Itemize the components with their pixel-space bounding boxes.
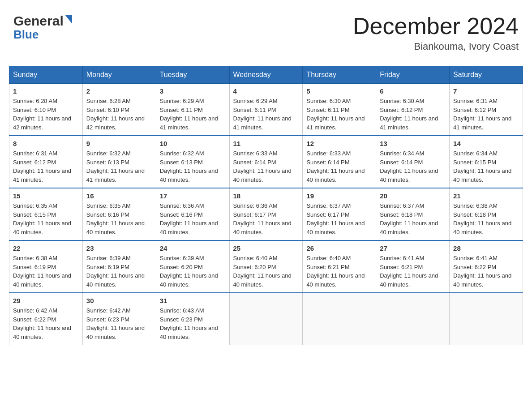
logo-general-text: General (13, 13, 64, 29)
day-info: Sunrise: 6:30 AMSunset: 6:12 PMDaylight:… (380, 97, 446, 132)
title-section: December 2024 Biankouma, Ivory Coast (353, 13, 519, 52)
calendar-week-row: 29Sunrise: 6:42 AMSunset: 6:22 PMDayligh… (9, 293, 523, 345)
calendar-header-friday: Friday (376, 66, 450, 84)
month-title: December 2024 (353, 13, 519, 39)
calendar-cell (229, 293, 303, 345)
calendar-cell: 22Sunrise: 6:38 AMSunset: 6:19 PMDayligh… (9, 240, 83, 293)
day-number: 4 (233, 87, 299, 95)
day-info: Sunrise: 6:29 AMSunset: 6:11 PMDaylight:… (160, 97, 226, 132)
day-number: 31 (160, 297, 226, 304)
day-number: 21 (453, 192, 519, 200)
day-info: Sunrise: 6:39 AMSunset: 6:19 PMDaylight:… (86, 254, 152, 289)
calendar-cell (450, 293, 523, 345)
calendar-cell: 3Sunrise: 6:29 AMSunset: 6:11 PMDaylight… (156, 84, 229, 136)
calendar-week-row: 1Sunrise: 6:28 AMSunset: 6:10 PMDaylight… (9, 84, 523, 136)
calendar-cell: 12Sunrise: 6:33 AMSunset: 6:14 PMDayligh… (303, 136, 376, 188)
day-number: 13 (380, 140, 446, 147)
calendar-header-saturday: Saturday (450, 66, 523, 84)
calendar-cell: 31Sunrise: 6:43 AMSunset: 6:23 PMDayligh… (156, 293, 229, 345)
day-number: 1 (13, 87, 79, 95)
calendar-cell: 14Sunrise: 6:34 AMSunset: 6:15 PMDayligh… (450, 136, 523, 188)
day-info: Sunrise: 6:34 AMSunset: 6:14 PMDaylight:… (380, 149, 446, 184)
day-info: Sunrise: 6:38 AMSunset: 6:18 PMDaylight:… (453, 201, 519, 236)
day-info: Sunrise: 6:31 AMSunset: 6:12 PMDaylight:… (13, 149, 79, 184)
calendar-week-row: 15Sunrise: 6:35 AMSunset: 6:15 PMDayligh… (9, 188, 523, 240)
calendar-cell: 6Sunrise: 6:30 AMSunset: 6:12 PMDaylight… (376, 84, 450, 136)
day-info: Sunrise: 6:32 AMSunset: 6:13 PMDaylight:… (86, 149, 152, 184)
calendar-cell: 5Sunrise: 6:30 AMSunset: 6:11 PMDaylight… (303, 84, 376, 136)
day-info: Sunrise: 6:36 AMSunset: 6:16 PMDaylight:… (160, 201, 226, 236)
day-number: 14 (453, 140, 519, 147)
calendar-cell: 27Sunrise: 6:41 AMSunset: 6:21 PMDayligh… (376, 240, 450, 293)
day-number: 19 (306, 192, 372, 200)
day-number: 2 (86, 87, 152, 95)
calendar-cell: 11Sunrise: 6:33 AMSunset: 6:14 PMDayligh… (229, 136, 303, 188)
day-info: Sunrise: 6:40 AMSunset: 6:21 PMDaylight:… (306, 254, 372, 289)
day-number: 30 (86, 297, 152, 304)
day-number: 5 (306, 87, 372, 95)
calendar-cell: 15Sunrise: 6:35 AMSunset: 6:15 PMDayligh… (9, 188, 83, 240)
day-info: Sunrise: 6:29 AMSunset: 6:11 PMDaylight:… (233, 97, 299, 132)
day-number: 12 (306, 140, 372, 147)
calendar-header-row: SundayMondayTuesdayWednesdayThursdayFrid… (9, 66, 523, 84)
calendar-header-wednesday: Wednesday (229, 66, 303, 84)
calendar-header-sunday: Sunday (9, 66, 83, 84)
calendar-cell: 20Sunrise: 6:37 AMSunset: 6:18 PMDayligh… (376, 188, 450, 240)
calendar-cell (376, 293, 450, 345)
day-info: Sunrise: 6:42 AMSunset: 6:23 PMDaylight:… (86, 306, 152, 341)
day-info: Sunrise: 6:35 AMSunset: 6:15 PMDaylight:… (13, 201, 79, 236)
day-number: 16 (86, 192, 152, 200)
calendar-cell: 13Sunrise: 6:34 AMSunset: 6:14 PMDayligh… (376, 136, 450, 188)
calendar-cell: 26Sunrise: 6:40 AMSunset: 6:21 PMDayligh… (303, 240, 376, 293)
day-info: Sunrise: 6:34 AMSunset: 6:15 PMDaylight:… (453, 149, 519, 184)
day-info: Sunrise: 6:28 AMSunset: 6:10 PMDaylight:… (86, 97, 152, 132)
calendar-cell: 16Sunrise: 6:35 AMSunset: 6:16 PMDayligh… (82, 188, 156, 240)
calendar-week-row: 8Sunrise: 6:31 AMSunset: 6:12 PMDaylight… (9, 136, 523, 188)
day-number: 23 (86, 244, 152, 252)
calendar-table: SundayMondayTuesdayWednesdayThursdayFrid… (9, 66, 523, 345)
day-info: Sunrise: 6:37 AMSunset: 6:18 PMDaylight:… (380, 201, 446, 236)
calendar-header-tuesday: Tuesday (156, 66, 229, 84)
day-number: 11 (233, 140, 299, 147)
day-number: 25 (233, 244, 299, 252)
day-info: Sunrise: 6:41 AMSunset: 6:21 PMDaylight:… (380, 254, 446, 289)
day-number: 10 (160, 140, 226, 147)
day-info: Sunrise: 6:39 AMSunset: 6:20 PMDaylight:… (160, 254, 226, 289)
day-number: 24 (160, 244, 226, 252)
day-info: Sunrise: 6:41 AMSunset: 6:22 PMDaylight:… (453, 254, 519, 289)
calendar-cell: 7Sunrise: 6:31 AMSunset: 6:12 PMDaylight… (450, 84, 523, 136)
day-number: 27 (380, 244, 446, 252)
calendar-cell: 8Sunrise: 6:31 AMSunset: 6:12 PMDaylight… (9, 136, 83, 188)
calendar-cell: 18Sunrise: 6:36 AMSunset: 6:17 PMDayligh… (229, 188, 303, 240)
day-info: Sunrise: 6:28 AMSunset: 6:10 PMDaylight:… (13, 97, 79, 132)
location-subtitle: Biankouma, Ivory Coast (353, 41, 519, 52)
calendar-cell: 9Sunrise: 6:32 AMSunset: 6:13 PMDaylight… (82, 136, 156, 188)
day-number: 9 (86, 140, 152, 147)
calendar-cell: 30Sunrise: 6:42 AMSunset: 6:23 PMDayligh… (82, 293, 156, 345)
page-header: General Blue December 2024 Biankouma, Iv… (9, 9, 523, 57)
calendar-cell: 29Sunrise: 6:42 AMSunset: 6:22 PMDayligh… (9, 293, 83, 345)
day-number: 26 (306, 244, 372, 252)
calendar-cell (303, 293, 376, 345)
calendar-header-thursday: Thursday (303, 66, 376, 84)
day-number: 28 (453, 244, 519, 252)
calendar-header-monday: Monday (82, 66, 156, 84)
day-info: Sunrise: 6:35 AMSunset: 6:16 PMDaylight:… (86, 201, 152, 236)
day-info: Sunrise: 6:33 AMSunset: 6:14 PMDaylight:… (306, 149, 372, 184)
calendar-cell: 28Sunrise: 6:41 AMSunset: 6:22 PMDayligh… (450, 240, 523, 293)
logo: General Blue (13, 13, 72, 42)
day-info: Sunrise: 6:33 AMSunset: 6:14 PMDaylight:… (233, 149, 299, 184)
calendar-week-row: 22Sunrise: 6:38 AMSunset: 6:19 PMDayligh… (9, 240, 523, 293)
calendar-cell: 17Sunrise: 6:36 AMSunset: 6:16 PMDayligh… (156, 188, 229, 240)
calendar-cell: 25Sunrise: 6:40 AMSunset: 6:20 PMDayligh… (229, 240, 303, 293)
day-number: 7 (453, 87, 519, 95)
day-info: Sunrise: 6:42 AMSunset: 6:22 PMDaylight:… (13, 306, 79, 341)
day-info: Sunrise: 6:43 AMSunset: 6:23 PMDaylight:… (160, 306, 226, 341)
calendar-cell: 10Sunrise: 6:32 AMSunset: 6:13 PMDayligh… (156, 136, 229, 188)
day-number: 3 (160, 87, 226, 95)
day-number: 22 (13, 244, 79, 252)
day-info: Sunrise: 6:40 AMSunset: 6:20 PMDaylight:… (233, 254, 299, 289)
day-number: 17 (160, 192, 226, 200)
day-number: 15 (13, 192, 79, 200)
day-number: 20 (380, 192, 446, 200)
